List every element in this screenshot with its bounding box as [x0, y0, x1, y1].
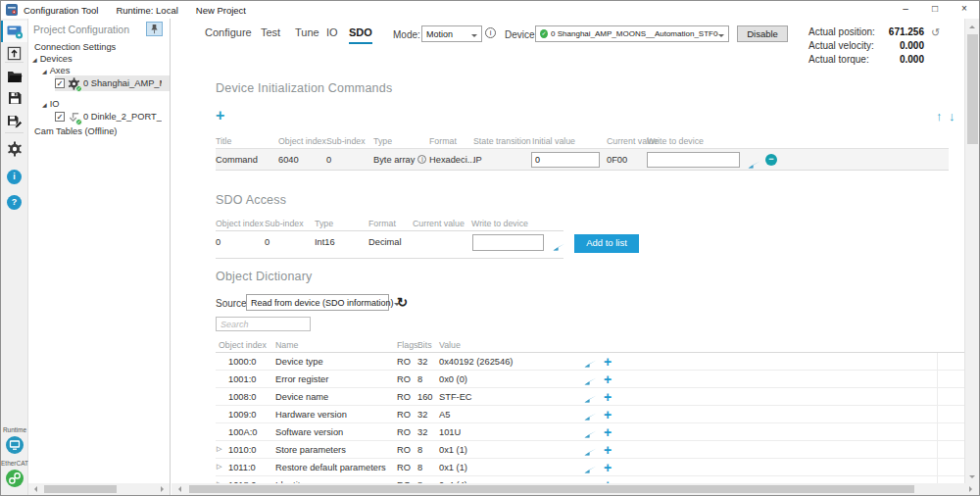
actual-velocity-value: 0.000: [848, 40, 924, 51]
tab-configure[interactable]: Configure: [205, 26, 252, 42]
main-horizontal-scrollbar[interactable]: [172, 483, 979, 495]
tab-io[interactable]: IO: [326, 26, 338, 42]
pin-panel-button[interactable]: [146, 22, 163, 36]
add-to-init-icon[interactable]: +: [604, 354, 612, 370]
add-to-init-icon[interactable]: +: [604, 460, 612, 475]
od-object-index: 1009:0: [228, 410, 256, 420]
tree-item-io-dinkle[interactable]: ✓ ✓ 0 Dinkle_2_PORT_BRIDG: [55, 109, 162, 124]
menu-new-project[interactable]: New Project: [196, 5, 246, 16]
scrollbar-thumb[interactable]: [189, 485, 914, 493]
col-write-to-device: Write to device: [471, 219, 528, 228]
runtime-status-button[interactable]: [6, 436, 24, 454]
ethercat-status-button[interactable]: [6, 470, 24, 487]
save-project-button[interactable]: [1, 87, 27, 109]
od-name: Software version: [275, 427, 343, 437]
scroll-left-icon[interactable]: [175, 486, 181, 492]
move-up-icon[interactable]: ↑: [936, 109, 943, 124]
add-to-init-icon[interactable]: +: [604, 372, 612, 387]
add-command-button[interactable]: +: [216, 109, 224, 123]
initial-value-input[interactable]: [531, 152, 600, 168]
table-row[interactable]: 1008:0 Device name RO 160 STF-EC +: [216, 388, 965, 406]
open-project-button[interactable]: [1, 66, 27, 87]
mode-info-icon[interactable]: i: [485, 27, 496, 38]
tree-item-axis-shanghai[interactable]: ✓ ✓ 0 Shanghai_AMP_MOON: [55, 75, 170, 91]
minimize-button[interactable]: –: [891, 1, 920, 19]
write-to-device-icon[interactable]: [748, 155, 760, 173]
table-row[interactable]: 1000:0 Device type RO 32 0x40192 (262546…: [216, 353, 965, 371]
add-to-init-icon[interactable]: +: [604, 442, 612, 458]
write-to-device-icon[interactable]: [584, 374, 597, 387]
scroll-right-icon[interactable]: [969, 486, 975, 492]
col-name: Name: [275, 340, 298, 350]
add-to-init-icon[interactable]: +: [604, 424, 612, 440]
search-input[interactable]: [216, 317, 311, 331]
write-to-device-icon[interactable]: [584, 463, 597, 475]
reset-position-icon[interactable]: ↺: [931, 26, 940, 39]
disable-button[interactable]: Disable: [737, 25, 788, 42]
scroll-up-icon[interactable]: [969, 23, 975, 28]
save-as-button[interactable]: [1, 111, 27, 132]
scroll-right-icon[interactable]: [161, 486, 167, 492]
import-export-button[interactable]: [1, 42, 27, 64]
write-to-device-icon[interactable]: [584, 445, 597, 458]
move-down-icon[interactable]: ↓: [949, 109, 956, 124]
checkbox-checked[interactable]: ✓: [55, 112, 65, 122]
expand-row-icon[interactable]: ▷: [217, 445, 221, 453]
table-row[interactable]: 1009:0 Hardware version RO 32 A5 +: [216, 406, 965, 423]
table-row[interactable]: 100A:0 Software version RO 32 101U +: [216, 423, 965, 441]
table-row[interactable]: ▷ 1010:0 Store parameters RO 8 0x1 (1) +: [216, 441, 965, 459]
settings-button[interactable]: [1, 138, 27, 160]
tree-horizontal-scrollbar[interactable]: [28, 483, 170, 495]
table-row[interactable]: Command 6040 0 Byte arrayi Hexadeci... I…: [216, 148, 949, 171]
table-row[interactable]: 1001:0 Error register RO 8 0x0 (0) +: [216, 371, 965, 388]
scrollbar-thumb[interactable]: [44, 485, 117, 493]
col-object-index: Object index: [219, 340, 267, 350]
tree-item-io[interactable]: ◢ IO: [42, 99, 59, 109]
mode-select[interactable]: Motion: [421, 25, 482, 42]
section-title-sdo-access: SDO Access: [216, 193, 286, 207]
expand-row-icon[interactable]: ▷: [217, 463, 221, 471]
project-config-icon: [7, 25, 24, 39]
help-button[interactable]: ?: [1, 191, 27, 213]
maximize-button[interactable]: □: [920, 1, 950, 19]
tab-test[interactable]: Test: [261, 26, 280, 42]
expanded-icon[interactable]: ◢: [42, 68, 47, 74]
close-button[interactable]: ×: [950, 1, 979, 19]
refresh-icon[interactable]: ↻: [397, 295, 408, 310]
project-configuration-button[interactable]: [1, 21, 27, 42]
sdo-write-icon[interactable]: [553, 237, 565, 255]
remove-command-icon[interactable]: −: [765, 154, 777, 166]
write-to-device-icon[interactable]: [584, 357, 597, 370]
write-to-device-input[interactable]: [647, 152, 740, 168]
col-format: Format: [429, 136, 457, 146]
menu-runtime-local[interactable]: Runtime: Local: [116, 5, 177, 16]
table-row[interactable]: ▷ 1011:0 Restore default parameters RO 8…: [216, 459, 965, 476]
scroll-left-icon[interactable]: [31, 486, 37, 492]
write-to-device-icon[interactable]: [584, 392, 597, 405]
add-to-list-button[interactable]: Add to list: [574, 234, 639, 253]
tree-item-axes[interactable]: ◢ Axes: [42, 66, 70, 75]
add-to-init-icon[interactable]: +: [604, 389, 612, 405]
sdo-write-input[interactable]: [472, 234, 544, 251]
expanded-icon[interactable]: ◢: [42, 101, 47, 108]
tree-item-devices[interactable]: ◢ Devices: [32, 54, 73, 64]
add-to-init-icon[interactable]: +: [604, 407, 612, 422]
tree-item-connection-settings[interactable]: Connection Settings: [34, 42, 116, 52]
save-icon: [8, 91, 22, 105]
rail-divider: [5, 62, 24, 63]
write-to-device-icon[interactable]: [584, 410, 597, 422]
scrollbar-thumb[interactable]: [967, 34, 978, 144]
tab-tune[interactable]: Tune: [295, 26, 319, 42]
checkbox-checked[interactable]: ✓: [55, 78, 65, 88]
scroll-down-icon[interactable]: [969, 475, 975, 481]
tree-item-cam-tables[interactable]: Cam Tables (Offline): [34, 126, 117, 136]
write-to-device-icon[interactable]: [584, 427, 597, 440]
tab-sdo[interactable]: SDO: [349, 26, 372, 44]
device-select[interactable]: ✓ 0 Shanghai_AMP_MOONS__Automation_STF06…: [535, 25, 729, 42]
vertical-scrollbar[interactable]: [964, 19, 979, 485]
info-button[interactable]: i: [1, 166, 27, 187]
source-select[interactable]: Read from device (SDO information): [246, 294, 389, 311]
expanded-icon[interactable]: ◢: [32, 56, 37, 63]
type-info-icon[interactable]: i: [417, 155, 426, 164]
online-badge: ✓: [75, 85, 82, 92]
